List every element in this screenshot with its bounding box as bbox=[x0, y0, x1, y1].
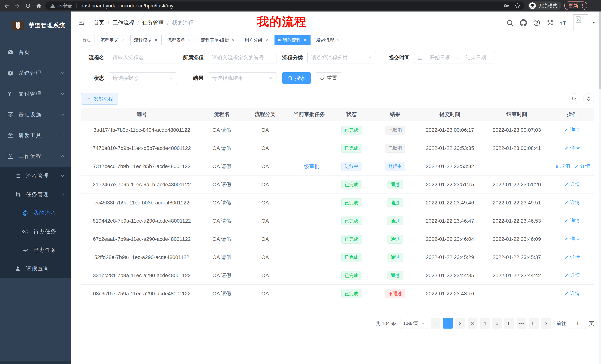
browser-update-button[interactable]: 更新 bbox=[564, 1, 587, 10]
table-cell: 2022-01-23 00:07:03 bbox=[483, 127, 551, 133]
page-button[interactable]: 2 bbox=[455, 318, 465, 329]
tab-5[interactable]: 用户分组 bbox=[241, 35, 272, 45]
url-bar[interactable]: 不安全 dashboard.yudao.iocoder.cn/bpm/task/… bbox=[45, 1, 524, 10]
current-task-link[interactable]: 一级审批 bbox=[299, 163, 320, 169]
end-time: 2022-01-22 23:51:20 bbox=[493, 182, 541, 187]
hamburger-icon[interactable] bbox=[78, 20, 85, 26]
chevron-down-icon bbox=[268, 76, 273, 80]
table-cell: 2022-01-22 23:43:16 bbox=[417, 291, 483, 297]
reload-icon[interactable] bbox=[25, 3, 31, 9]
forward-icon[interactable] bbox=[14, 3, 20, 9]
detail-action-link[interactable]: 详情 bbox=[564, 272, 580, 278]
tab-1[interactable]: 流程定义 bbox=[97, 35, 128, 45]
page-size-select[interactable]: 10条/页 bbox=[400, 318, 428, 329]
search-icon[interactable] bbox=[506, 19, 514, 27]
browser-menu-icon[interactable] bbox=[580, 3, 585, 9]
column-header-4: 状态 bbox=[330, 111, 373, 118]
sidebar-item-4[interactable]: 研发工具 bbox=[0, 125, 71, 146]
sidebar-item-5[interactable]: 工作流程 bbox=[0, 146, 71, 167]
detail-action-link[interactable]: 详情 bbox=[564, 254, 580, 260]
page-button[interactable]: 6 bbox=[504, 318, 514, 329]
breadcrumb-item-1[interactable]: 工作流程 bbox=[112, 19, 134, 27]
tab-label: 发起流程 bbox=[316, 37, 334, 43]
page-button[interactable]: 11 bbox=[529, 318, 539, 329]
create-process-button[interactable]: 发起流程 bbox=[81, 93, 118, 105]
help-icon[interactable] bbox=[533, 19, 541, 27]
tab-6[interactable]: 我的流程 bbox=[274, 35, 311, 45]
tab-close-icon[interactable] bbox=[120, 38, 125, 42]
chevron-down-icon bbox=[169, 76, 173, 80]
cancel-action-link[interactable]: 取消 bbox=[554, 163, 570, 169]
window-scrollbar[interactable] bbox=[599, 11, 601, 364]
tab-3[interactable]: 流程表单 bbox=[164, 35, 195, 45]
next-page-button[interactable] bbox=[541, 318, 551, 329]
scrollbar-thumb[interactable] bbox=[599, 11, 601, 89]
detail-action-link[interactable]: 详情 bbox=[564, 290, 580, 297]
date-range-picker[interactable]: 开始日期-结束日期 bbox=[414, 52, 495, 63]
filter-select[interactable]: 请选择流程分类 bbox=[307, 52, 376, 63]
filter-input[interactable]: 请输入流程定义的编号 bbox=[208, 52, 277, 63]
tab-close-icon[interactable] bbox=[336, 38, 341, 42]
tab-2[interactable]: 流程模型 bbox=[130, 35, 161, 45]
page-button[interactable]: 5 bbox=[492, 318, 502, 329]
breadcrumb-item-2[interactable]: 任务管理 bbox=[142, 19, 164, 27]
svg-text:T: T bbox=[563, 20, 566, 26]
tab-0[interactable]: 首页 bbox=[79, 35, 95, 45]
tab-close-icon[interactable] bbox=[154, 38, 158, 42]
reset-label: 重置 bbox=[327, 75, 337, 82]
tab-7[interactable]: 发起流程 bbox=[313, 35, 344, 45]
detail-action-link[interactable]: 详情 bbox=[564, 181, 580, 188]
sidebar-item-9[interactable]: 待办任务 bbox=[0, 222, 71, 241]
pagination: 共 104 条 10条/页 123456•••11 前往 1 页 bbox=[81, 318, 594, 329]
page-button-active[interactable]: 1 bbox=[443, 318, 453, 329]
goto-page-input[interactable]: 1 bbox=[569, 318, 586, 329]
prev-page-button[interactable] bbox=[431, 318, 441, 329]
tab-close-icon[interactable] bbox=[265, 38, 269, 42]
fullscreen-icon[interactable] bbox=[546, 19, 554, 27]
tab-close-icon[interactable] bbox=[231, 38, 235, 42]
github-icon[interactable] bbox=[520, 19, 527, 27]
detail-action-link[interactable]: 详情 bbox=[564, 236, 580, 242]
detail-action-link[interactable]: 详情 bbox=[564, 199, 580, 206]
page-button[interactable]: 3 bbox=[468, 318, 477, 329]
breadcrumb-item-0[interactable]: 首页 bbox=[94, 19, 104, 27]
detail-action-link[interactable]: 详情 bbox=[564, 145, 580, 151]
app-logo[interactable]: 芋道管理系统 bbox=[0, 11, 71, 39]
filter-input[interactable]: 请输入流程名 bbox=[109, 52, 177, 63]
bookmark-star-icon[interactable] bbox=[514, 3, 521, 9]
detail-action-link[interactable]: 详情 bbox=[574, 163, 590, 169]
table-row: 52ffd28e-7b9a-11ec-a290-acde48001122OA 请… bbox=[81, 248, 594, 266]
search-button[interactable]: 搜索 bbox=[282, 72, 311, 84]
sidebar-item-1[interactable]: 系统管理 bbox=[0, 63, 71, 84]
tab-close-icon[interactable] bbox=[187, 38, 191, 42]
sidebar-item-11[interactable]: 请假查询 bbox=[0, 259, 71, 278]
back-icon[interactable] bbox=[3, 3, 10, 9]
sidebar-item-10[interactable]: 已办任务 bbox=[0, 241, 71, 259]
page-ellipsis[interactable]: ••• bbox=[517, 318, 526, 329]
filter-select[interactable]: 请选择流结果 bbox=[208, 72, 277, 84]
tab-close-icon[interactable] bbox=[303, 38, 307, 42]
font-size-icon[interactable]: TT bbox=[560, 19, 567, 27]
sidebar-item-label: 首页 bbox=[19, 49, 30, 56]
sidebar-item-2[interactable]: ¥支付管理 bbox=[0, 84, 71, 104]
password-key-icon[interactable] bbox=[504, 3, 510, 9]
reset-button[interactable]: 重置 bbox=[315, 72, 342, 84]
refresh-table-button[interactable] bbox=[583, 93, 594, 104]
robot-icon bbox=[22, 210, 29, 216]
avatar[interactable] bbox=[573, 14, 588, 31]
sidebar-item-6[interactable]: 流程管理 bbox=[0, 167, 71, 185]
page-button[interactable]: 4 bbox=[480, 318, 490, 329]
filter-select[interactable]: 请选择状态 bbox=[109, 72, 177, 84]
detail-action-link[interactable]: 详情 bbox=[564, 217, 580, 224]
user-menu-caret-icon[interactable] bbox=[591, 21, 596, 25]
sidebar-item-8[interactable]: 我的流程 bbox=[0, 204, 71, 222]
detail-action-link[interactable]: 详情 bbox=[564, 126, 580, 133]
sidebar-item-0[interactable]: 首页 bbox=[0, 42, 71, 63]
sidebar-item-3[interactable]: 基础设施 bbox=[0, 104, 71, 125]
toggle-search-button[interactable] bbox=[569, 93, 580, 104]
tab-4[interactable]: 流程表单-编辑 bbox=[197, 35, 239, 45]
table-cell: 2022-01-22 23:46:53 bbox=[483, 218, 551, 224]
sidebar-item-7[interactable]: 任务管理 bbox=[0, 185, 71, 204]
home-icon[interactable] bbox=[36, 3, 42, 9]
table-row: 331bc281-7b9a-11ec-a290-acde48001122OA 请… bbox=[81, 266, 594, 285]
